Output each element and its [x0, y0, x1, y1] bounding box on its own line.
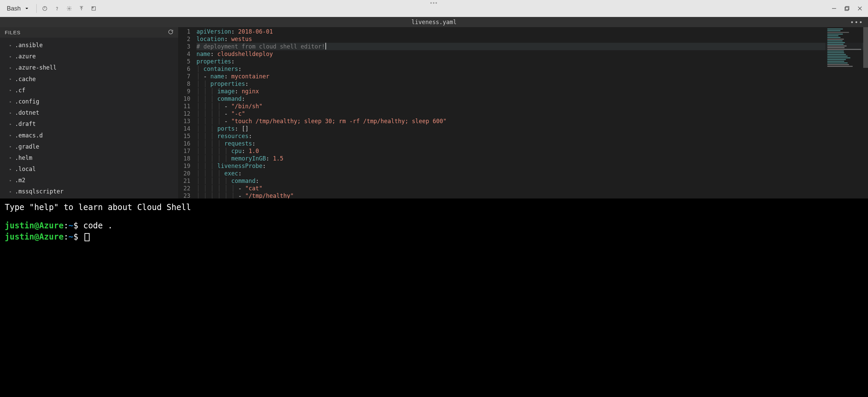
- terminal-line: justin@Azure:~$ code .: [5, 220, 863, 231]
- code-line[interactable]: │ │ │ ports: []: [196, 125, 868, 132]
- file-tree-item[interactable]: ▹.config: [0, 96, 178, 107]
- chevron-right-icon: ▹: [10, 76, 13, 82]
- file-tree-item[interactable]: ▹.emacs.d: [0, 130, 178, 141]
- code-line[interactable]: apiVersion: 2018-06-01: [196, 28, 868, 35]
- code-line[interactable]: location: westus: [196, 35, 868, 43]
- code-line[interactable]: │ │ │ │ exec:: [196, 170, 868, 177]
- minimize-icon[interactable]: [831, 5, 837, 12]
- code-line[interactable]: properties:: [196, 58, 868, 65]
- file-tree-item[interactable]: ▹.helm: [0, 152, 178, 164]
- code-line[interactable]: │ │ │ image: nginx: [196, 88, 868, 95]
- editor-filename: liveness.yaml: [411, 19, 456, 25]
- chevron-right-icon: ▹: [10, 110, 13, 116]
- svg-point-3: [69, 8, 70, 9]
- code-line[interactable]: │ - name: mycontainer: [196, 73, 868, 80]
- files-header: FILES: [0, 27, 178, 38]
- code-line[interactable]: │ │ │ │ │ memoryInGB: 1.5: [196, 155, 868, 162]
- svg-rect-10: [845, 7, 848, 11]
- file-tree-item-label: .gradle: [15, 142, 39, 151]
- upload-icon[interactable]: [77, 4, 86, 13]
- file-tree-item[interactable]: ▹.azure: [0, 51, 178, 62]
- file-tree-item-label: .dotnet: [15, 108, 39, 117]
- files-panel: FILES ▹.ansible▹.azure▹.azure-shell▹.cac…: [0, 27, 178, 198]
- file-tree-item[interactable]: ▹.cf: [0, 85, 178, 96]
- chevron-right-icon: ▹: [10, 144, 13, 149]
- toolbar-divider: [36, 4, 37, 13]
- code-line[interactable]: │ │ │ │ │ cpu: 1.0: [196, 147, 868, 155]
- close-icon[interactable]: [856, 5, 863, 12]
- file-tree-item-label: .m2: [15, 176, 25, 185]
- code-line[interactable]: │ │ │ │ │ │ - "cat": [196, 185, 868, 192]
- minimap[interactable]: [825, 27, 863, 198]
- gear-icon[interactable]: [65, 4, 73, 13]
- chevron-right-icon: ▹: [10, 54, 13, 59]
- file-tree-item-label: .azure: [15, 52, 36, 61]
- file-tree-item-label: .cf: [15, 86, 25, 95]
- code-line[interactable]: │ │ │ │ - "touch /tmp/healthy; sleep 30;…: [196, 117, 868, 125]
- shell-selector[interactable]: Bash: [4, 4, 32, 14]
- editor-titlebar: liveness.yaml •••: [0, 17, 868, 27]
- file-tree-item[interactable]: ▹.azure-shell: [0, 62, 178, 73]
- file-tree-item-label: .cache: [15, 75, 36, 84]
- code-line[interactable]: │ │ │ │ - "/bin/sh": [196, 102, 868, 110]
- chevron-right-icon: ▹: [10, 121, 13, 127]
- chevron-right-icon: ▹: [10, 88, 13, 93]
- file-tree-item-label: .azure-shell: [15, 63, 57, 72]
- code-line[interactable]: │ │ │ livenessProbe:: [196, 162, 868, 170]
- shell-selector-label: Bash: [7, 5, 21, 12]
- file-tree[interactable]: ▹.ansible▹.azure▹.azure-shell▹.cache▹.cf…: [0, 38, 178, 198]
- drag-handle-icon[interactable]: •••: [430, 2, 438, 4]
- code-line[interactable]: │ │ properties:: [196, 80, 868, 88]
- chevron-right-icon: ▹: [10, 189, 13, 194]
- terminal-line: justin@Azure:~$: [5, 231, 863, 242]
- code-line[interactable]: │ │ │ │ │ command:: [196, 177, 868, 185]
- code-line[interactable]: │ │ │ command:: [196, 95, 868, 102]
- chevron-right-icon: ▹: [10, 155, 13, 160]
- code-line[interactable]: │ │ │ resources:: [196, 132, 868, 140]
- chevron-right-icon: ▹: [10, 65, 13, 71]
- cloud-shell-toolbar: ••• Bash: [0, 0, 868, 17]
- code-content[interactable]: apiVersion: 2018-06-01location: westus# …: [196, 27, 868, 198]
- chevron-right-icon: ▹: [10, 178, 13, 183]
- file-tree-item[interactable]: ▹.dotnet: [0, 107, 178, 118]
- chevron-right-icon: ▹: [10, 167, 13, 172]
- file-tree-item-label: .emacs.d: [15, 131, 43, 140]
- file-tree-item[interactable]: ▹.ansible: [0, 40, 178, 51]
- chevron-right-icon: ▹: [10, 99, 13, 105]
- scroll-thumb[interactable]: [863, 27, 868, 68]
- code-line[interactable]: │ │ │ │ requests:: [196, 140, 868, 147]
- file-tree-item-label: .config: [15, 97, 39, 106]
- file-tree-item[interactable]: ▹.cache: [0, 74, 178, 85]
- maximize-icon[interactable]: [844, 5, 850, 12]
- refresh-icon[interactable]: [168, 29, 173, 36]
- file-tree-item[interactable]: ▹.nano: [0, 197, 178, 198]
- code-line[interactable]: │ containers:: [196, 65, 868, 73]
- code-line[interactable]: # deployment from cloud shell editor!: [196, 43, 868, 50]
- file-tree-item[interactable]: ▹.draft: [0, 118, 178, 130]
- editor-more-icon[interactable]: •••: [850, 19, 863, 26]
- editor-area: liveness.yaml ••• FILES ▹.ansible▹.azure…: [0, 17, 868, 198]
- files-header-label: FILES: [5, 30, 21, 35]
- file-tree-item-label: .draft: [15, 119, 36, 129]
- scrollbar-vertical[interactable]: [863, 27, 868, 198]
- svg-rect-9: [846, 6, 849, 10]
- file-tree-item-label: .helm: [15, 153, 32, 163]
- file-tree-item-label: .mssqlscripter: [15, 187, 63, 196]
- chevron-down-icon: [24, 6, 30, 11]
- open-editor-icon[interactable]: [90, 4, 98, 13]
- file-tree-item[interactable]: ▹.mssqlscripter: [0, 186, 178, 197]
- chevron-right-icon: ▹: [10, 43, 13, 48]
- code-line[interactable]: name: cloudshelldeploy: [196, 50, 868, 58]
- power-icon[interactable]: [41, 4, 49, 13]
- file-tree-item[interactable]: ▹.local: [0, 164, 178, 175]
- help-icon[interactable]: [53, 4, 61, 13]
- file-tree-item-label: .ansible: [15, 41, 43, 50]
- code-panel[interactable]: 1234567891011121314151617181920212223 ap…: [178, 27, 868, 198]
- file-tree-item[interactable]: ▹.gradle: [0, 141, 178, 152]
- file-tree-item-label: .local: [15, 165, 36, 174]
- terminal[interactable]: Type "help" to learn about Cloud Shell j…: [0, 198, 868, 397]
- code-line[interactable]: │ │ │ │ - "-c": [196, 110, 868, 117]
- line-numbers: 1234567891011121314151617181920212223: [178, 27, 196, 198]
- file-tree-item[interactable]: ▹.m2: [0, 175, 178, 186]
- code-line[interactable]: │ │ │ │ │ │ - "/tmp/healthy": [196, 192, 868, 198]
